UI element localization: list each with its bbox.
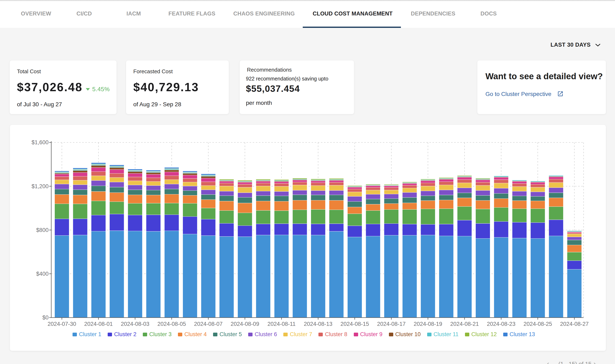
svg-text:2024-08-25: 2024-08-25 [523, 321, 552, 327]
svg-text:2024-08-05: 2024-08-05 [157, 321, 186, 327]
svg-text:$800: $800 [36, 227, 49, 233]
svg-text:2024-08-15: 2024-08-15 [340, 321, 369, 327]
svg-text:$1,600: $1,600 [31, 139, 49, 145]
svg-text:2024-08-23: 2024-08-23 [487, 321, 515, 327]
svg-text:2024-08-03: 2024-08-03 [121, 321, 149, 327]
svg-text:2024-08-27: 2024-08-27 [560, 321, 588, 327]
svg-text:$1,200: $1,200 [31, 183, 49, 189]
svg-text:2024-08-09: 2024-08-09 [231, 321, 259, 327]
svg-text:2024-08-17: 2024-08-17 [377, 321, 406, 327]
svg-text:2024-08-07: 2024-08-07 [194, 321, 223, 327]
svg-text:2024-08-11: 2024-08-11 [267, 321, 295, 327]
svg-text:2024-08-21: 2024-08-21 [450, 321, 479, 327]
svg-text:$0: $0 [42, 314, 49, 321]
svg-text:2024-08-19: 2024-08-19 [414, 321, 442, 327]
svg-text:2024-07-30: 2024-07-30 [48, 321, 76, 327]
svg-text:$400: $400 [36, 271, 49, 277]
svg-text:2024-08-13: 2024-08-13 [304, 321, 332, 327]
svg-text:2024-08-01: 2024-08-01 [84, 321, 113, 327]
